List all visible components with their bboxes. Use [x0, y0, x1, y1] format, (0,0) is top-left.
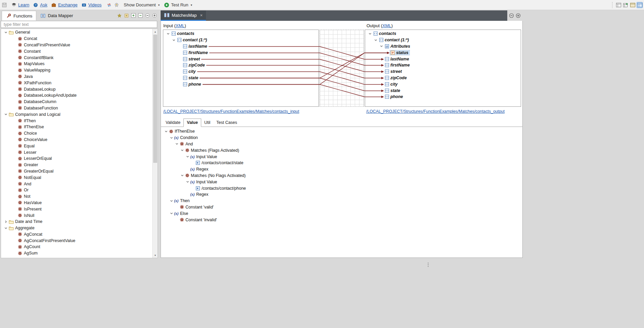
- output-tree-node[interactable]: city: [365, 81, 521, 87]
- expression-node[interactable]: /contacts/contact/phone: [161, 185, 522, 191]
- category-row[interactable]: General: [1, 29, 152, 36]
- chevron-down-icon[interactable]: [174, 142, 179, 146]
- node-content[interactable]: lastName: [182, 44, 208, 49]
- add-to-favorites-icon[interactable]: [117, 13, 122, 18]
- output-tree-node[interactable]: contact (1:*): [365, 37, 521, 43]
- input-tree-node[interactable]: contact (1:*): [163, 37, 318, 43]
- function-row[interactable]: Constant: [1, 48, 152, 54]
- node-content[interactable]: street: [182, 57, 201, 61]
- function-row[interactable]: HasValue: [1, 200, 152, 206]
- expression-node[interactable]: (x)Regex: [161, 191, 522, 198]
- node-content[interactable]: zipCode: [384, 76, 408, 80]
- function-row[interactable]: Lesser: [1, 149, 152, 155]
- function-row[interactable]: DatabaseLookup: [1, 86, 152, 92]
- expression-node[interactable]: (x)Input Value: [161, 153, 522, 160]
- expression-node[interactable]: (x)Condition: [161, 135, 522, 141]
- chevron-down-icon[interactable]: [165, 32, 171, 36]
- function-row[interactable]: Equal: [1, 143, 152, 149]
- node-content[interactable]: lastName: [384, 57, 410, 61]
- node-content[interactable]: street: [384, 69, 403, 74]
- expression-node[interactable]: (x)Regex: [161, 166, 522, 173]
- exchange-link[interactable]: Exchange: [58, 2, 78, 7]
- node-content[interactable]: phone: [182, 82, 202, 87]
- sash-handle[interactable]: [427, 262, 429, 268]
- chevron-down-icon[interactable]: [180, 174, 184, 177]
- function-row[interactable]: Concat: [1, 36, 152, 42]
- function-row[interactable]: ChoiceValue: [1, 137, 152, 143]
- scroll-up-button[interactable]: ▲: [153, 29, 158, 34]
- open-perspective-icon[interactable]: [615, 2, 621, 8]
- node-content[interactable]: state: [384, 88, 401, 93]
- output-tree-node[interactable]: phone: [365, 94, 521, 100]
- videos-link[interactable]: Videos: [88, 2, 102, 7]
- close-tab-icon[interactable]: ×: [200, 13, 203, 18]
- function-row[interactable]: LesserOrEqual: [1, 155, 152, 162]
- collapse-all-icon[interactable]: [138, 13, 143, 18]
- category-row[interactable]: Date and Time: [1, 219, 152, 225]
- output-tree-node[interactable]: lastName: [365, 56, 521, 62]
- swap-icon[interactable]: [106, 2, 112, 8]
- function-row[interactable]: AgConcat: [1, 231, 152, 238]
- left-tree-scrollbar[interactable]: ▲ ▼: [152, 29, 158, 258]
- selected-node-content[interactable]: status: [390, 50, 410, 55]
- chevron-down-icon[interactable]: [3, 31, 8, 34]
- function-row[interactable]: AgSum: [1, 250, 152, 256]
- input-tree-node[interactable]: phone: [163, 81, 318, 87]
- node-content[interactable]: city: [182, 69, 197, 74]
- function-row[interactable]: Java: [1, 74, 152, 80]
- expression-node[interactable]: (x)Else: [161, 210, 522, 217]
- chevron-down-icon[interactable]: [164, 130, 168, 133]
- output-tree-node[interactable]: firstName: [365, 62, 521, 68]
- function-row[interactable]: GreaterOrEqual: [1, 168, 152, 175]
- chevron-down-icon[interactable]: [171, 38, 177, 42]
- function-row[interactable]: NotEqual: [1, 174, 152, 181]
- tab-value[interactable]: Value: [183, 119, 201, 127]
- function-row[interactable]: DatabaseColumn: [1, 99, 152, 105]
- node-content[interactable]: state: [182, 76, 199, 80]
- perspective-icon[interactable]: [630, 2, 636, 8]
- category-row[interactable]: Comparison and Logical: [1, 111, 152, 118]
- expression-node[interactable]: Constant 'valid': [161, 204, 522, 210]
- expand-all-icon[interactable]: [131, 13, 136, 18]
- input-tree-node[interactable]: street: [163, 56, 318, 62]
- node-content[interactable]: firstName: [384, 63, 411, 67]
- chevron-down-icon[interactable]: [185, 180, 190, 184]
- function-row[interactable]: MapValues: [1, 61, 152, 67]
- function-row[interactable]: ValueMapping: [1, 67, 152, 74]
- node-content[interactable]: contact (1:*): [379, 38, 410, 42]
- input-xml-link[interactable]: XML: [176, 23, 185, 28]
- output-tree-node[interactable]: status: [365, 49, 521, 56]
- expression-node[interactable]: (x)Input Value: [161, 179, 522, 185]
- tab-matchesmap[interactable]: MatchesMap ×: [161, 10, 206, 21]
- active-perspective-icon[interactable]: [637, 2, 643, 8]
- expression-node[interactable]: And: [161, 141, 522, 147]
- function-row[interactable]: Greater: [1, 162, 152, 168]
- input-tree-node[interactable]: city: [163, 68, 318, 75]
- output-tree-node[interactable]: @Attributes: [365, 43, 521, 50]
- tab-data-mapper[interactable]: Data Mapper: [36, 11, 77, 20]
- node-content[interactable]: phone: [384, 94, 404, 99]
- function-row[interactable]: DatabaseFunction: [1, 105, 152, 111]
- node-content[interactable]: firstName: [182, 50, 209, 55]
- input-tree-node[interactable]: zipCode: [163, 62, 318, 68]
- test-run-button[interactable]: Test Run ▾: [164, 2, 192, 8]
- node-content[interactable]: contact (1:*): [177, 38, 208, 42]
- chevron-down-icon[interactable]: [185, 155, 190, 158]
- function-row[interactable]: IsPresent: [1, 206, 152, 212]
- expression-node[interactable]: (x)Then: [161, 198, 522, 204]
- maximize-view-icon[interactable]: [152, 13, 157, 18]
- certificate-icon[interactable]: [114, 2, 120, 8]
- tab-util[interactable]: Util: [201, 119, 213, 127]
- function-row[interactable]: IsNull: [1, 212, 152, 219]
- output-tree-node[interactable]: contacts: [365, 31, 521, 37]
- node-content[interactable]: city: [384, 82, 399, 87]
- category-row[interactable]: Aggregate: [1, 225, 152, 231]
- save-icon[interactable]: [1, 2, 7, 8]
- expression-node[interactable]: Matches (No Flags Activated): [161, 173, 522, 179]
- input-structure-link[interactable]: /LOCAL_PROJECT/Structures/FunctionExampl…: [163, 109, 299, 114]
- node-content[interactable]: contacts: [373, 31, 397, 36]
- output-xml-link[interactable]: XML: [382, 23, 391, 28]
- function-row[interactable]: DatabaseLookupAndUpdate: [1, 92, 152, 99]
- scroll-down-button[interactable]: ▼: [153, 252, 158, 258]
- chevron-down-icon[interactable]: [180, 148, 184, 152]
